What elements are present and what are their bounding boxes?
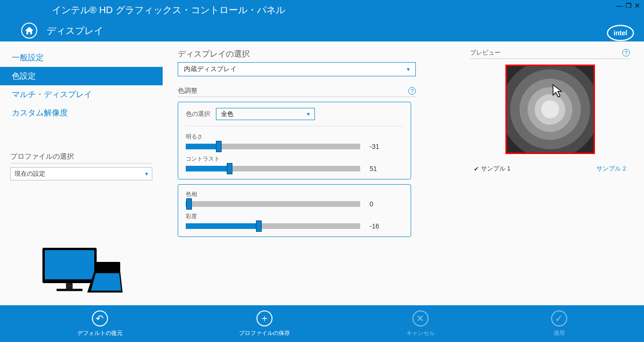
color-select-value: 全色 <box>221 110 233 118</box>
svg-rect-5 <box>57 289 83 291</box>
sample-1-button[interactable]: ✔ サンプル 1 <box>474 164 511 173</box>
restore-defaults-button[interactable]: ↶ デフォルトの復元 <box>77 310 123 337</box>
nav-bar: ディスプレイ <box>0 20 644 41</box>
cancel-label: キャンセル <box>406 329 435 337</box>
profile-label: プロファイルの選択 <box>10 152 152 163</box>
save-profile-button[interactable]: ＋ プロファイルの保存 <box>239 310 290 337</box>
saturation-value: -16 <box>370 222 388 230</box>
sidebar-item-custom-resolution[interactable]: カスタム解像度 <box>0 104 163 122</box>
hue-value: 0 <box>370 200 388 208</box>
undo-icon: ↶ <box>92 310 108 326</box>
preview-label: プレビュー <box>470 49 501 57</box>
window-controls: — ❐ ✕ <box>616 2 640 9</box>
svg-rect-4 <box>66 283 73 289</box>
contrast-slider[interactable] <box>186 166 360 171</box>
sample-2-label: サンプル 2 <box>596 164 626 173</box>
brightness-contrast-panel: 色の選択 全色 ▾ 明るさ -31 コントラス <box>178 102 411 179</box>
home-icon <box>25 27 33 34</box>
plus-icon: ＋ <box>256 310 272 326</box>
chevron-down-icon: ▾ <box>407 66 410 73</box>
chevron-down-icon: ▾ <box>307 111 310 117</box>
saturation-slider[interactable] <box>186 223 360 229</box>
check-icon: ✔ <box>474 165 479 172</box>
color-select[interactable]: 全色 ▾ <box>216 108 315 120</box>
contrast-label: コントラスト <box>186 155 403 163</box>
hue-label: 色相 <box>186 190 403 198</box>
brightness-value: -31 <box>370 143 388 150</box>
color-adjust-label: 色調整 <box>178 87 198 95</box>
hue-slider[interactable] <box>186 201 360 207</box>
window-title: インテル® HD グラフィックス・コントロール・パネル <box>52 4 285 16</box>
footer-bar: ↶ デフォルトの復元 ＋ プロファイルの保存 ✕ キャンセル ✓ 適用 <box>0 305 644 342</box>
color-select-label: 色の選択 <box>186 110 210 118</box>
apply-label: 適用 <box>553 329 565 337</box>
display-select[interactable]: 内蔵ディスプレイ ▾ <box>178 62 416 76</box>
color-adjust-header: 色調整 ? <box>178 87 416 97</box>
help-icon[interactable]: ? <box>408 87 416 95</box>
cancel-button[interactable]: ✕ キャンセル <box>406 310 435 337</box>
nav-section-title: ディスプレイ <box>47 24 103 37</box>
maximize-button[interactable]: ❐ <box>626 2 632 9</box>
intel-logo: intel <box>606 24 635 42</box>
profile-value: 現在の設定 <box>15 170 45 178</box>
svg-text:intel: intel <box>614 29 627 37</box>
close-icon: ✕ <box>413 310 429 326</box>
close-button[interactable]: ✕ <box>635 2 640 9</box>
restore-label: デフォルトの復元 <box>77 329 123 337</box>
display-select-value: 内蔵ディスプレイ <box>184 65 237 73</box>
saturation-label: 彩度 <box>186 212 403 220</box>
svg-rect-6 <box>94 262 120 273</box>
contrast-value: 51 <box>370 165 388 172</box>
brightness-slider[interactable] <box>186 144 360 149</box>
preview-image <box>505 65 595 154</box>
sidebar-item-multidisplay[interactable]: マルチ・ディスプレイ <box>0 85 163 104</box>
title-bar: インテル® HD グラフィックス・コントロール・パネル <box>0 0 644 20</box>
chevron-down-icon: ▾ <box>145 171 148 177</box>
apply-button[interactable]: ✓ 適用 <box>551 310 567 337</box>
monitor-illustration <box>40 245 125 300</box>
sample-2-button[interactable]: サンプル 2 <box>596 164 626 173</box>
home-button[interactable] <box>21 23 37 39</box>
sidebar-item-general[interactable]: 一般設定 <box>0 49 163 67</box>
hue-saturation-panel: 色相 0 彩度 -16 <box>178 184 411 237</box>
brightness-label: 明るさ <box>186 133 403 141</box>
svg-rect-3 <box>45 250 94 279</box>
check-icon: ✓ <box>551 310 567 326</box>
preview-header: プレビュー ? <box>470 49 630 59</box>
display-select-label: ディスプレイの選択 <box>178 49 442 59</box>
sample-1-label: サンプル 1 <box>481 164 511 173</box>
cursor-icon <box>552 84 564 98</box>
minimize-button[interactable]: — <box>616 2 623 9</box>
sidebar-item-color[interactable]: 色設定 <box>0 67 163 85</box>
profile-select[interactable]: 現在の設定 ▾ <box>10 167 152 180</box>
help-icon[interactable]: ? <box>622 49 630 57</box>
save-label: プロファイルの保存 <box>239 329 290 337</box>
